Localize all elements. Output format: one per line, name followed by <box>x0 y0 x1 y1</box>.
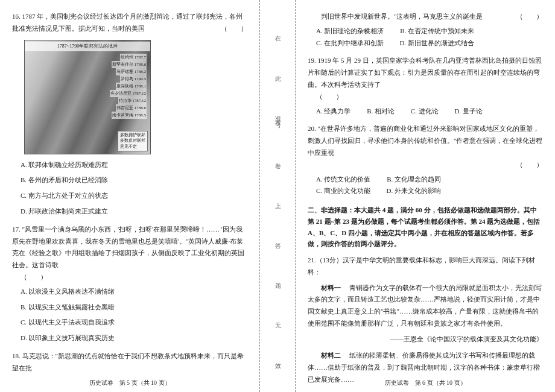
q20-stem: 20. "在世界许多地方，普遍的商业化和通过外来影响对国家或地区文化的重塑，刺激… <box>308 123 543 159</box>
gutter-text-2: 此 <box>272 71 283 74</box>
map-label-8: 弗吉尼亚 1788.6 <box>116 104 147 112</box>
q17-opt-c: C. 以现代主义手法表现自我追求 <box>21 317 247 329</box>
q20-options: A. 传统文化的价值 B. 文化理念的趋同 C. 商业的文化功能 D. 外来文化… <box>308 174 543 198</box>
q19-opt-d: D. 量子论 <box>454 106 482 118</box>
q17-stem: 17. "风雪里一个满身乌黑的小东西，'扫呀，扫呀'在那里哭哭啼啼！…… '因为… <box>12 224 247 271</box>
legend-c: 意见不定 <box>120 144 145 150</box>
footer-left: 历史试卷 第 5 页（共 10 页） <box>0 378 259 388</box>
mat2-label: 材料二 <box>321 352 341 359</box>
map-label-6: 宾夕法尼亚 1787.12 <box>110 90 147 98</box>
page-left: 16. 1787 年，美国制宪会议经过长达四个月的激烈辩论，通过了联邦宪法，各州… <box>0 0 259 392</box>
mat1-label: 材料一 <box>321 284 341 291</box>
q19-opt-b: B. 相对论 <box>367 106 395 118</box>
q21-stem: 21.（13分）汉字是中华文明的重要载体和标志，影响巨大而深远。阅读下列材料： <box>308 254 543 279</box>
question-16: 16. 1787 年，美国制宪会议经过长达四个月的激烈辩论，通过了联邦宪法，各州… <box>12 11 247 218</box>
map-label-4: 罗得岛 1790.5 <box>120 75 147 83</box>
q18-opt-c: C. 在批判中继承和创新 <box>316 37 384 49</box>
q16-opt-b: B. 各州的矛盾和分歧已经消除 <box>21 174 247 186</box>
q18-stem: 18. 马克思说："新思潮的优点就恰恰在于我们不想教条式地预料未来，而只是希望在… <box>12 350 247 375</box>
q16-text: 16. 1787 年，美国制宪会议经过长达四个月的激烈辩论，通过了联邦宪法，各州… <box>12 13 243 32</box>
map-legend: 多数拥护联邦 多数反对联邦 意见不定 <box>118 131 148 151</box>
q16-options: A. 联邦体制确立经历艰难历程 B. 各州的矛盾和分歧已经消除 C. 南方与北方… <box>12 159 247 218</box>
q17-paren: （ ） <box>12 271 247 283</box>
map-label-3: 马萨诸塞 1788.2 <box>116 68 147 76</box>
q19-opt-a: A. 经典力学 <box>316 106 350 118</box>
q20-paren: （ ） <box>516 159 543 171</box>
q18-opt-a: A. 新旧理论的杂糅相济 <box>316 25 384 37</box>
q16-paren: （ ） <box>221 23 247 35</box>
q20-opt-c: C. 商业的文化功能 <box>316 185 370 197</box>
q19-opt-c: C. 进化论 <box>411 106 439 118</box>
q18-options: A. 新旧理论的杂糅相济 B. 在否定传统中预知未来 C. 在批判中继承和创新 … <box>308 25 543 49</box>
mat1-text: 青铜器作为文字的载体有一个很大的局限就是面积太小，无法刻写太多的文字，而且铸造工… <box>308 284 542 327</box>
map-label-5: 康涅狄格 1788.1 <box>116 83 147 90</box>
q16-stem: 16. 1787 年，美国制宪会议经过长达四个月的激烈辩论，通过了联邦宪法，各州… <box>12 11 247 35</box>
q17-opt-b: B. 以现实主义笔触揭露社会黑暗 <box>21 302 247 314</box>
q20-opt-d: D. 外来文化的影响 <box>387 185 441 197</box>
question-21: 21.（13分）汉字是中华文明的重要载体和标志，影响巨大而深远。阅读下列材料： … <box>308 254 543 386</box>
footer-right: 历史试卷 第 6 页（共 10 页） <box>296 378 555 388</box>
gutter-text-6: 题 <box>272 278 283 282</box>
q20-opt-b: B. 文化理念的趋同 <box>387 174 441 186</box>
q20-opt-a: A. 传统文化的价值 <box>316 174 370 186</box>
q17-opt-a: A. 以浪漫主义风格表达不满情绪 <box>21 286 247 298</box>
q16-opt-d: D. 邦联政治体制尚未正式建立 <box>21 206 247 218</box>
legend-b: 多数反对联邦 <box>120 138 145 144</box>
q17-options: A. 以浪漫主义风格表达不满情绪 B. 以现实主义笔触揭露社会黑暗 C. 以现代… <box>12 286 247 344</box>
q19-stem: 19. 1919 年 5 月 29 日，英国皇家学会科考队在几内亚湾普林西比岛拍… <box>308 55 543 90</box>
gutter-mid: 准考号 <box>272 110 283 121</box>
question-17: 17. "风雪里一个满身乌黑的小东西，'扫呀，扫呀'在那里哭哭啼啼！…… '因为… <box>12 224 247 344</box>
q21-source-1: ——王恩全《论中国汉字的载体演变及其文化功能》 <box>308 334 543 346</box>
legend-a: 多数拥护联邦 <box>120 133 145 138</box>
question-20: 20. "在世界许多地方，普遍的商业化和通过外来影响对国家或地区文化的重塑，刺激… <box>308 123 543 197</box>
map-figure: 1787~1790年联邦宪法的批准 纽约州 1787.7 新罕布什尔 1788.… <box>24 40 151 154</box>
q18-cont-paren: （ ） <box>503 11 543 23</box>
gutter-text-3: 卷 <box>272 158 283 162</box>
question-18-cont: 判旧世界中发现新世界。"这表明，马克思主义的诞生是 （ ） A. 新旧理论的杂糅… <box>308 11 543 49</box>
map-label-7: 特拉华 1787.12 <box>118 97 147 105</box>
q16-opt-c: C. 南方与北方处于对立的状态 <box>21 190 247 202</box>
map-title: 1787~1790年联邦宪法的批准 <box>25 42 150 51</box>
map-label-1: 纽约州 1787.7 <box>120 54 147 62</box>
map-label-2: 新罕布什尔 1788.6 <box>112 61 147 69</box>
gutter-text-1: 在 <box>272 30 283 34</box>
q16-opt-a: A. 联邦体制确立经历艰难历程 <box>21 159 247 171</box>
binding-gutter: 在 此 准考号 卷 上 答 题 无 效 <box>259 0 296 392</box>
map-label-9: 南卡罗来纳 1788.5 <box>112 112 147 119</box>
q18-opt-b: B. 在否定传统中预知未来 <box>400 25 474 37</box>
gutter-text-7: 无 <box>272 318 283 321</box>
q17-opt-d: D. 以印象主义技巧展现真实历史 <box>21 332 247 344</box>
q19-paren: （ ） <box>308 91 543 103</box>
question-18-partial: 18. 马克思说："新思潮的优点就恰恰在于我们不想教条式地预料未来，而只是希望在… <box>12 350 247 375</box>
q18-opt-d: D. 新旧世界的渐进式结合 <box>400 37 474 49</box>
q19-options: A. 经典力学 B. 相对论 C. 进化论 D. 量子论 <box>308 106 543 118</box>
gutter-text-5: 答 <box>272 238 283 241</box>
gutter-text-8: 效 <box>272 358 283 362</box>
q21-material-1: 材料一 青铜器作为文字的载体有一个很大的局限就是面积太小，无法刻写太多的文字，而… <box>308 282 543 330</box>
gutter-text-4: 上 <box>272 198 283 201</box>
page-right: 判旧世界中发现新世界。"这表明，马克思主义的诞生是 （ ） A. 新旧理论的杂糅… <box>296 0 555 392</box>
q18-cont-stem: 判旧世界中发现新世界。"这表明，马克思主义的诞生是 （ ） <box>308 11 543 23</box>
question-19: 19. 1919 年 5 月 29 日，英国皇家学会科考队在几内亚湾普林西比岛拍… <box>308 55 543 117</box>
q18-cont-text: 判旧世界中发现新世界。"这表明，马克思主义的诞生是 <box>321 13 483 20</box>
section-2-title: 二、非选择题：本大题共 4 题，满分 60 分，包括必做题和选做题两部分。其中第… <box>308 204 543 250</box>
